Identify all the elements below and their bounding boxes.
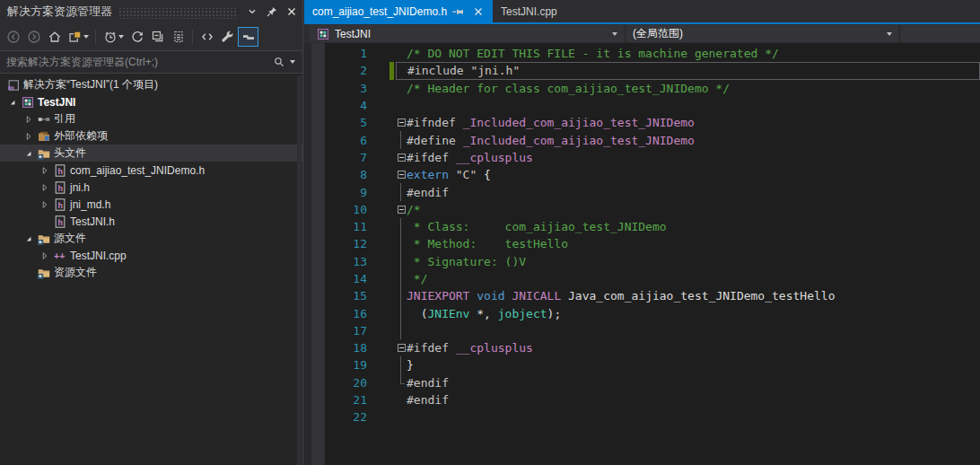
svg-text:h: h [58, 166, 64, 175]
sync-with-active-document-button[interactable] [127, 27, 147, 47]
collapse-all-button[interactable] [147, 27, 168, 47]
tab-pin-icon[interactable] [450, 2, 468, 21]
fold-guide-end [400, 374, 405, 385]
line-content: /* Header for class com_aijiao_test_JNID… [396, 80, 980, 97]
expand-arrow-icon[interactable] [22, 112, 36, 127]
line-number: 5 [325, 116, 367, 129]
search-input[interactable]: 搜索解决方案资源管理器(Ctrl+;) [0, 50, 302, 74]
tab-label: TestJNI.cpp [501, 5, 557, 18]
line-content: * Class: com_aijiao_test_JNIDemo [396, 218, 980, 235]
home-button[interactable] [44, 27, 65, 47]
expand-arrow-icon[interactable] [22, 232, 36, 246]
code-editor[interactable]: 1/* DO NOT EDIT THIS FILE - it is machin… [304, 43, 980, 465]
fold-collapse-box-icon[interactable] [398, 344, 406, 352]
expand-arrow-icon[interactable] [22, 129, 36, 144]
tree-item-label: 解决方案“TestJNI”(1 个项目) [23, 77, 158, 92]
fold-collapse-box-icon[interactable] [398, 118, 406, 127]
code-line: 13 * Signature: ()V [304, 253, 980, 270]
tree-item-com-aijiao-test-jnidemo-h[interactable]: hcom_aijiao_test_JNIDemo.h [0, 162, 302, 179]
h-file-icon: h [52, 215, 68, 229]
line-content: (JNIEnv *, jobject); [396, 304, 980, 321]
code-line: 6#define _Included_com_aijiao_test_JNIDe… [304, 131, 980, 148]
line-content [396, 97, 980, 114]
fold-guide-line [400, 270, 401, 287]
tree-item-project-testjni[interactable]: TestJNI [0, 93, 302, 110]
fold-margin[interactable] [396, 166, 407, 183]
sidebar-scrollbar[interactable] [297, 75, 302, 465]
member-dropdown[interactable] [901, 25, 980, 42]
code-text: /* [407, 203, 421, 216]
switch-views-button[interactable] [65, 27, 85, 47]
expand-arrow-icon[interactable] [38, 180, 52, 195]
fold-margin[interactable] [396, 339, 407, 356]
forward-button[interactable] [23, 27, 44, 47]
h-file-icon: h [52, 180, 68, 195]
solution-explorer-titlebar[interactable]: 解决方案资源管理器 [0, 0, 302, 23]
chevron-down-icon[interactable] [243, 3, 261, 21]
tree-item-references[interactable]: 引用 [0, 110, 302, 127]
code-lines: 1/* DO NOT EDIT THIS FILE - it is machin… [304, 45, 980, 426]
change-margin [367, 45, 396, 62]
fold-margin [396, 270, 407, 287]
tree-item-testjni-h[interactable]: hTestJNI.h [0, 213, 302, 230]
project-dropdown[interactable]: TestJNI [310, 25, 624, 42]
tree-item-resource-files[interactable]: 资源文件 [0, 264, 302, 281]
expand-arrow-icon[interactable] [22, 146, 36, 161]
close-icon[interactable] [283, 3, 301, 21]
tree-item-label: 头文件 [54, 145, 86, 161]
line-content: #include "jni.h" [396, 62, 980, 79]
fold-margin [396, 45, 407, 62]
svg-text:h: h [58, 183, 64, 192]
line-number: 19 [325, 358, 367, 372]
tree-item-source-files[interactable]: 源文件 [0, 230, 302, 247]
editor-region: com_aijiao_test_JNIDemo.hTestJNI.cpp Tes… [304, 0, 980, 465]
expand-arrow-icon[interactable] [38, 249, 52, 263]
tab-close-icon[interactable] [471, 4, 485, 18]
tree-item-jni-h[interactable]: hjni.h [0, 179, 302, 196]
view-code-button[interactable] [197, 27, 217, 47]
fold-margin [396, 356, 407, 373]
code-line: 7#ifdef __cplusplus [304, 149, 980, 166]
tree-item-header-files[interactable]: 头文件 [0, 145, 302, 162]
properties-button[interactable] [217, 27, 238, 47]
fold-collapse-box-icon[interactable] [398, 206, 406, 214]
preview-selected-items-button[interactable] [238, 27, 258, 47]
code-line: 14 */ [304, 270, 980, 287]
expand-arrow-icon[interactable] [38, 197, 52, 212]
pending-changes-filter-button[interactable] [100, 27, 120, 47]
fold-margin[interactable] [396, 149, 407, 166]
search-icon[interactable] [273, 56, 285, 68]
fold-margin[interactable] [396, 201, 407, 218]
back-button[interactable] [3, 27, 23, 47]
code-text: * Signature: ()V [407, 255, 526, 268]
fold-collapse-box-icon[interactable] [398, 171, 406, 179]
fold-guide-line [400, 287, 401, 304]
tree-item-solution[interactable]: ∞解决方案“TestJNI”(1 个项目) [0, 76, 302, 93]
search-options-caret-icon[interactable] [290, 60, 295, 64]
tree-item-testjni-cpp[interactable]: ++TestJNI.cpp [0, 247, 302, 264]
tree-item-external-dependencies[interactable]: 外部依赖项 [0, 127, 302, 145]
fold-collapse-box-icon[interactable] [398, 154, 406, 162]
change-margin [367, 114, 396, 131]
change-margin [367, 408, 396, 426]
fold-guide-line [400, 235, 401, 252]
vcxproj-icon [316, 27, 330, 41]
expand-arrow-icon[interactable] [38, 163, 52, 178]
expand-arrow-icon[interactable] [5, 95, 20, 110]
code-line: 11 * Class: com_aijiao_test_JNIDemo [304, 218, 980, 235]
code-text: } [407, 358, 414, 372]
fold-margin[interactable] [396, 114, 407, 131]
show-all-files-button[interactable] [168, 27, 188, 47]
line-number: 14 [325, 272, 367, 285]
code-line: 3/* Header for class com_aijiao_test_JNI… [304, 80, 980, 97]
line-number: 12 [325, 237, 367, 250]
editor-tab-1[interactable]: com_aijiao_test_JNIDemo.h [304, 0, 493, 22]
svg-text:h: h [58, 217, 64, 226]
scope-dropdown[interactable]: (全局范围) [626, 25, 898, 42]
change-margin [367, 304, 396, 321]
tree-item-jni-md-h[interactable]: hjni_md.h [0, 196, 302, 213]
project-dropdown-label: TestJNI [335, 28, 371, 40]
pin-icon[interactable] [263, 3, 281, 21]
editor-tab-2[interactable]: TestJNI.cpp [493, 0, 565, 22]
h-file-icon: h [52, 197, 68, 212]
